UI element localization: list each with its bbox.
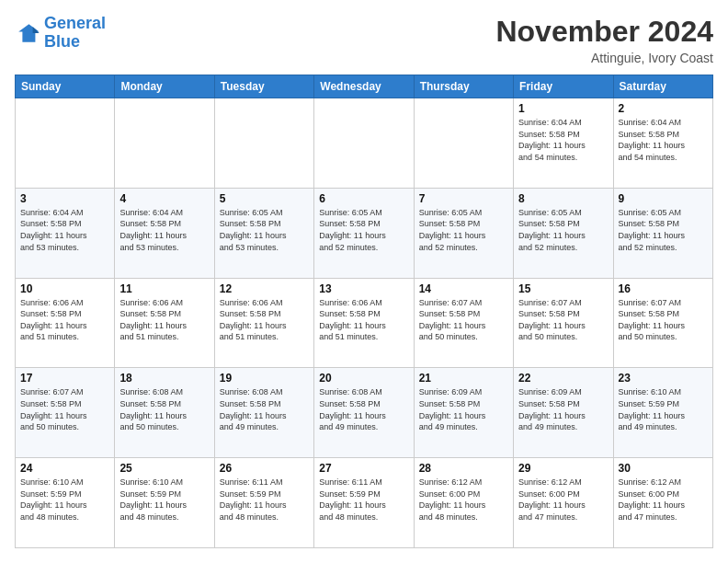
day-number: 14: [419, 282, 508, 295]
calendar-cell: [115, 98, 214, 189]
day-number: 24: [20, 462, 109, 475]
day-number: 18: [119, 372, 209, 385]
day-info: Sunrise: 6:10 AM Sunset: 5:59 PM Dayligh…: [119, 477, 209, 523]
day-number: 1: [518, 102, 608, 115]
day-info: Sunrise: 6:07 AM Sunset: 5:58 PM Dayligh…: [419, 297, 508, 343]
page: General Blue November 2024 Attinguie, Iv…: [0, 0, 728, 563]
day-number: 6: [319, 192, 408, 205]
day-number: 27: [319, 462, 408, 475]
month-title: November 2024: [495, 15, 713, 49]
calendar-cell: 29Sunrise: 6:12 AM Sunset: 6:00 PM Dayli…: [514, 458, 613, 548]
calendar-cell: 8Sunrise: 6:05 AM Sunset: 5:58 PM Daylig…: [514, 188, 613, 278]
calendar-week-row: 10Sunrise: 6:06 AM Sunset: 5:58 PM Dayli…: [16, 278, 713, 368]
day-number: 30: [619, 462, 708, 475]
day-info: Sunrise: 6:06 AM Sunset: 5:58 PM Dayligh…: [20, 297, 109, 343]
day-number: 7: [419, 192, 508, 205]
calendar-cell: 2Sunrise: 6:04 AM Sunset: 5:58 PM Daylig…: [613, 98, 712, 189]
day-info: Sunrise: 6:11 AM Sunset: 5:59 PM Dayligh…: [220, 477, 309, 523]
calendar-cell: 18Sunrise: 6:08 AM Sunset: 5:58 PM Dayli…: [115, 368, 214, 458]
weekday-header: Wednesday: [314, 75, 414, 98]
calendar-cell: 11Sunrise: 6:06 AM Sunset: 5:58 PM Dayli…: [115, 278, 214, 368]
day-number: 29: [518, 462, 608, 475]
day-info: Sunrise: 6:04 AM Sunset: 5:58 PM Dayligh…: [518, 117, 608, 163]
day-info: Sunrise: 6:12 AM Sunset: 6:00 PM Dayligh…: [419, 477, 508, 523]
day-info: Sunrise: 6:04 AM Sunset: 5:58 PM Dayligh…: [619, 117, 708, 163]
calendar-cell: [314, 98, 414, 189]
weekday-header: Monday: [115, 75, 214, 98]
day-info: Sunrise: 6:10 AM Sunset: 5:59 PM Dayligh…: [20, 477, 109, 523]
calendar-cell: 30Sunrise: 6:12 AM Sunset: 6:00 PM Dayli…: [613, 458, 712, 548]
calendar-cell: 20Sunrise: 6:08 AM Sunset: 5:58 PM Dayli…: [314, 368, 414, 458]
calendar-cell: [16, 98, 115, 189]
day-number: 22: [518, 372, 608, 385]
location: Attinguie, Ivory Coast: [495, 51, 713, 65]
logo-text: General Blue: [44, 15, 106, 52]
day-info: Sunrise: 6:10 AM Sunset: 5:59 PM Dayligh…: [619, 386, 708, 432]
calendar-cell: 22Sunrise: 6:09 AM Sunset: 5:58 PM Dayli…: [514, 368, 613, 458]
day-number: 16: [619, 282, 708, 295]
day-info: Sunrise: 6:07 AM Sunset: 5:58 PM Dayligh…: [20, 386, 109, 432]
logo-line2: Blue: [44, 32, 80, 51]
day-info: Sunrise: 6:11 AM Sunset: 5:59 PM Dayligh…: [319, 477, 408, 523]
day-info: Sunrise: 6:05 AM Sunset: 5:58 PM Dayligh…: [419, 207, 508, 253]
day-number: 12: [220, 282, 309, 295]
day-info: Sunrise: 6:05 AM Sunset: 5:58 PM Dayligh…: [220, 207, 309, 253]
calendar-week-row: 3Sunrise: 6:04 AM Sunset: 5:58 PM Daylig…: [16, 188, 713, 278]
logo: General Blue: [15, 15, 106, 52]
weekday-header: Sunday: [16, 75, 115, 98]
calendar-cell: 3Sunrise: 6:04 AM Sunset: 5:58 PM Daylig…: [16, 188, 115, 278]
day-number: 28: [419, 462, 508, 475]
day-number: 9: [619, 192, 708, 205]
calendar-week-row: 24Sunrise: 6:10 AM Sunset: 5:59 PM Dayli…: [16, 458, 713, 548]
header: General Blue November 2024 Attinguie, Iv…: [15, 15, 713, 65]
calendar-cell: 26Sunrise: 6:11 AM Sunset: 5:59 PM Dayli…: [214, 458, 313, 548]
day-info: Sunrise: 6:08 AM Sunset: 5:58 PM Dayligh…: [319, 386, 408, 432]
calendar-cell: 27Sunrise: 6:11 AM Sunset: 5:59 PM Dayli…: [314, 458, 414, 548]
day-number: 25: [119, 462, 209, 475]
calendar-cell: 28Sunrise: 6:12 AM Sunset: 6:00 PM Dayli…: [414, 458, 513, 548]
calendar-cell: 25Sunrise: 6:10 AM Sunset: 5:59 PM Dayli…: [115, 458, 214, 548]
day-number: 2: [619, 102, 708, 115]
day-number: 4: [119, 192, 209, 205]
day-number: 19: [220, 372, 309, 385]
day-number: 8: [518, 192, 608, 205]
logo-line1: General: [44, 14, 106, 32]
calendar-cell: 7Sunrise: 6:05 AM Sunset: 5:58 PM Daylig…: [414, 188, 513, 278]
calendar-cell: 16Sunrise: 6:07 AM Sunset: 5:58 PM Dayli…: [613, 278, 712, 368]
calendar-cell: 5Sunrise: 6:05 AM Sunset: 5:58 PM Daylig…: [214, 188, 313, 278]
day-number: 23: [619, 372, 708, 385]
day-info: Sunrise: 6:12 AM Sunset: 6:00 PM Dayligh…: [518, 477, 608, 523]
calendar-cell: 19Sunrise: 6:08 AM Sunset: 5:58 PM Dayli…: [214, 368, 313, 458]
day-info: Sunrise: 6:06 AM Sunset: 5:58 PM Dayligh…: [319, 297, 408, 343]
day-info: Sunrise: 6:07 AM Sunset: 5:58 PM Dayligh…: [619, 297, 708, 343]
day-number: 13: [319, 282, 408, 295]
day-number: 21: [419, 372, 508, 385]
day-number: 3: [20, 192, 109, 205]
day-info: Sunrise: 6:05 AM Sunset: 5:58 PM Dayligh…: [319, 207, 408, 253]
day-info: Sunrise: 6:04 AM Sunset: 5:58 PM Dayligh…: [20, 207, 109, 253]
day-info: Sunrise: 6:04 AM Sunset: 5:58 PM Dayligh…: [119, 207, 209, 253]
day-number: 11: [119, 282, 209, 295]
calendar-cell: [214, 98, 313, 189]
logo-icon: [15, 20, 40, 46]
calendar-cell: 13Sunrise: 6:06 AM Sunset: 5:58 PM Dayli…: [314, 278, 414, 368]
weekday-header-row: SundayMondayTuesdayWednesdayThursdayFrid…: [16, 75, 713, 98]
calendar-cell: 14Sunrise: 6:07 AM Sunset: 5:58 PM Dayli…: [414, 278, 513, 368]
day-number: 26: [220, 462, 309, 475]
calendar: SundayMondayTuesdayWednesdayThursdayFrid…: [15, 75, 713, 548]
day-number: 15: [518, 282, 608, 295]
weekday-header: Saturday: [613, 75, 712, 98]
calendar-cell: 17Sunrise: 6:07 AM Sunset: 5:58 PM Dayli…: [16, 368, 115, 458]
calendar-cell: 12Sunrise: 6:06 AM Sunset: 5:58 PM Dayli…: [214, 278, 313, 368]
calendar-week-row: 17Sunrise: 6:07 AM Sunset: 5:58 PM Dayli…: [16, 368, 713, 458]
calendar-week-row: 1Sunrise: 6:04 AM Sunset: 5:58 PM Daylig…: [16, 98, 713, 189]
calendar-cell: 9Sunrise: 6:05 AM Sunset: 5:58 PM Daylig…: [613, 188, 712, 278]
day-info: Sunrise: 6:08 AM Sunset: 5:58 PM Dayligh…: [220, 386, 309, 432]
title-area: November 2024 Attinguie, Ivory Coast: [495, 15, 713, 65]
day-info: Sunrise: 6:05 AM Sunset: 5:58 PM Dayligh…: [518, 207, 608, 253]
calendar-cell: 4Sunrise: 6:04 AM Sunset: 5:58 PM Daylig…: [115, 188, 214, 278]
day-number: 5: [220, 192, 309, 205]
calendar-cell: 1Sunrise: 6:04 AM Sunset: 5:58 PM Daylig…: [514, 98, 613, 189]
calendar-cell: 24Sunrise: 6:10 AM Sunset: 5:59 PM Dayli…: [16, 458, 115, 548]
day-info: Sunrise: 6:09 AM Sunset: 5:58 PM Dayligh…: [518, 386, 608, 432]
